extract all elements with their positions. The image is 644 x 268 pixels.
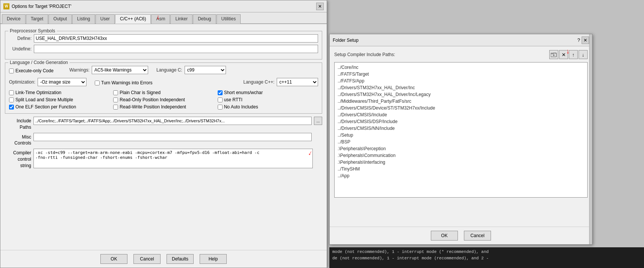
path-item-15[interactable]: ../TinySHM — [336, 166, 586, 172]
misc-controls-input[interactable] — [33, 133, 312, 141]
folder-footer: OK Cancel — [330, 227, 592, 244]
folder-toolbar: ✕ ↑ ↓ — [549, 50, 588, 59]
one-elf-checkbox[interactable] — [9, 105, 14, 110]
link-time-opt-label: Link-Time Optimization — [15, 90, 61, 95]
terminal-line-1: mode (not recommended), 1 - interrupt mo… — [332, 249, 641, 255]
read-only-pos-checkbox[interactable] — [113, 97, 118, 102]
tab-debug[interactable]: Debug — [193, 14, 216, 24]
folder-dialog: Folder Setup ? ✕ ↓ Setup Compiler Includ… — [329, 34, 592, 245]
turn-warnings-checkbox[interactable] — [95, 81, 100, 85]
path-item-10[interactable]: ../Setup — [336, 132, 586, 139]
one-elf-row: One ELF Section per Function — [9, 104, 109, 110]
tab-user[interactable]: User — [95, 14, 115, 24]
path-item-16[interactable]: ../App — [336, 172, 586, 179]
tab-asm[interactable]: Asm — [151, 14, 170, 24]
folder-setup-label: Setup Compiler Include Paths: — [334, 52, 395, 57]
main-help-button[interactable]: Help — [200, 254, 227, 264]
plain-char-signed-checkbox[interactable] — [113, 90, 118, 95]
warnings-dropdown[interactable]: AC5-like Warnings All Warnings No Warnin… — [92, 66, 148, 74]
dialog-content: ↓ Preprocessor Symbols Define: Undefine:… — [0, 24, 327, 174]
preprocessor-group: Preprocessor Symbols Define: Undefine: — [5, 31, 322, 59]
use-rtti-checkbox[interactable] — [218, 97, 223, 102]
include-paths-input[interactable] — [33, 117, 312, 125]
path-item-13[interactable]: .\Peripherals\Communication — [336, 152, 586, 159]
path-item-14[interactable]: .\Peripherals\Interfacing — [336, 159, 586, 166]
main-defaults-button[interactable]: Defaults — [167, 254, 194, 264]
undefine-row: Undefine: — [9, 45, 318, 53]
main-close-button[interactable]: ✕ — [316, 3, 324, 10]
path-item-2[interactable]: ../FATFS/App — [336, 78, 586, 84]
split-load-label: Split Load and Store Multiple — [15, 97, 73, 102]
optimization-dropdown[interactable]: -Oz image size -O0 -O1 -O2 -O3 — [38, 78, 86, 86]
path-item-11[interactable]: ../BSP — [336, 139, 586, 145]
misc-controls-row: MiscControls — [5, 133, 322, 147]
lang-row1: Execute-only Code Warnings: AC5-like War… — [9, 66, 318, 76]
split-load-row: Split Load and Store Multiple — [9, 97, 109, 102]
tab-device[interactable]: Device — [2, 14, 26, 24]
path-item-5[interactable]: ../Middlewares/Third_Party/FatFs/src — [336, 98, 586, 105]
include-paths-label: IncludePaths — [5, 117, 31, 131]
read-write-pos-checkbox[interactable] — [113, 105, 118, 110]
turn-warnings-label: Turn Warnings into Errors — [101, 80, 152, 85]
undefine-label: Undefine: — [9, 46, 32, 52]
tab-linker[interactable]: Linker — [170, 14, 192, 24]
tab-target[interactable]: Target — [26, 14, 48, 24]
link-time-opt-checkbox[interactable] — [9, 90, 14, 95]
path-item-7[interactable]: ../Drivers/CMSIS/Include — [336, 111, 586, 118]
warnings-form: Warnings: AC5-like Warnings All Warnings… — [69, 66, 148, 74]
path-item-4[interactable]: ../Drivers/STM32H7xx_HAL_Driver/Inc/Lega… — [336, 91, 586, 98]
main-ok-button[interactable]: OK — [100, 254, 127, 264]
folder-ok-button[interactable]: OK — [431, 231, 458, 241]
read-write-pos-label: Read-Write Position Independent — [120, 104, 186, 110]
path-item-9[interactable]: ../Drivers/CMSIS/NN/Include — [336, 125, 586, 132]
resize-handle[interactable] — [589, 34, 592, 244]
folder-path-list: ../Core/Inc ../FATFS/Target ../FATFS/App… — [334, 62, 588, 198]
new-folder-button[interactable] — [549, 50, 558, 59]
delete-path-button[interactable]: ✕ — [559, 50, 568, 59]
short-enums-row: Short enums/wchar — [218, 90, 318, 95]
path-item-12[interactable]: .\Peripherals\Perception — [336, 145, 586, 152]
lang-row2: Optimization: -Oz image size -O0 -O1 -O2… — [9, 78, 318, 88]
tab-listing[interactable]: Listing — [72, 14, 95, 24]
execute-only-code-checkbox[interactable] — [9, 69, 14, 73]
include-paths-browse-button[interactable]: ... — [314, 117, 322, 125]
language-cpp-form: Language C++: c++11 c++14 c++17 — [243, 78, 318, 86]
define-input[interactable] — [34, 34, 318, 43]
no-auto-includes-checkbox[interactable] — [218, 105, 223, 110]
define-row: Define: — [9, 34, 318, 43]
split-load-checkbox[interactable] — [9, 97, 14, 102]
path-item-6[interactable]: ../Drivers/CMSIS/Device/ST/STM32H7xx/Inc… — [336, 105, 586, 111]
tab-cpp-ac6[interactable]: C/C++ (AC6) — [115, 14, 151, 24]
main-cancel-button[interactable]: Cancel — [133, 254, 161, 264]
compiler-control-input[interactable]: -xc -std=c99 --target=arm-arm-none-eabi … — [33, 149, 313, 168]
tab-output[interactable]: Output — [48, 14, 72, 24]
tab-bar: Device Target Output Listing User C/C++ … — [0, 12, 327, 24]
read-only-pos-label: Read-Only Position Independent — [120, 97, 185, 102]
move-down-button[interactable]: ↓ — [579, 50, 588, 59]
no-auto-includes-label: No Auto Includes — [224, 104, 258, 110]
folder-help-icon[interactable]: ? — [577, 37, 580, 43]
folder-close-button[interactable]: ✕ — [582, 37, 589, 44]
move-up-button[interactable]: ↑ — [569, 50, 578, 59]
folder-header-row: Setup Compiler Include Paths: ✕ ↑ ↓ — [334, 50, 588, 59]
path-item-0[interactable]: ../Core/Inc — [336, 64, 586, 71]
language-cpp-dropdown[interactable]: c++11 c++14 c++17 — [277, 78, 318, 86]
short-enums-checkbox[interactable] — [218, 90, 223, 95]
language-group: Language / Code Generation Execute-only … — [5, 62, 322, 114]
misc-controls-label: MiscControls — [5, 133, 31, 147]
no-auto-includes-row: No Auto Includes — [218, 104, 318, 110]
path-item-3[interactable]: ../Drivers/STM32H7xx_HAL_Driver/Inc — [336, 84, 586, 91]
turn-warnings-row: Turn Warnings into Errors — [95, 80, 152, 85]
path-item-8[interactable]: ../Drivers/CMSIS/DSP/Include — [336, 118, 586, 125]
undefine-input[interactable] — [34, 45, 318, 53]
path-item-1[interactable]: ../FATFS/Target — [336, 71, 586, 78]
language-c-dropdown[interactable]: c99 c11 c89 — [185, 66, 226, 74]
app-icon: W — [3, 3, 9, 9]
tab-utilities[interactable]: Utilities — [217, 14, 241, 24]
checkbox-grid: Link-Time Optimization Plain Char is Sig… — [9, 90, 318, 110]
optimization-form: Optimization: -Oz image size -O0 -O1 -O2… — [9, 78, 86, 86]
optimization-label: Optimization: — [9, 79, 35, 85]
main-footer: OK Cancel Defaults Help — [0, 250, 327, 268]
folder-cancel-button[interactable]: Cancel — [464, 231, 491, 241]
execute-only-code-label: Execute-only Code — [15, 68, 53, 73]
